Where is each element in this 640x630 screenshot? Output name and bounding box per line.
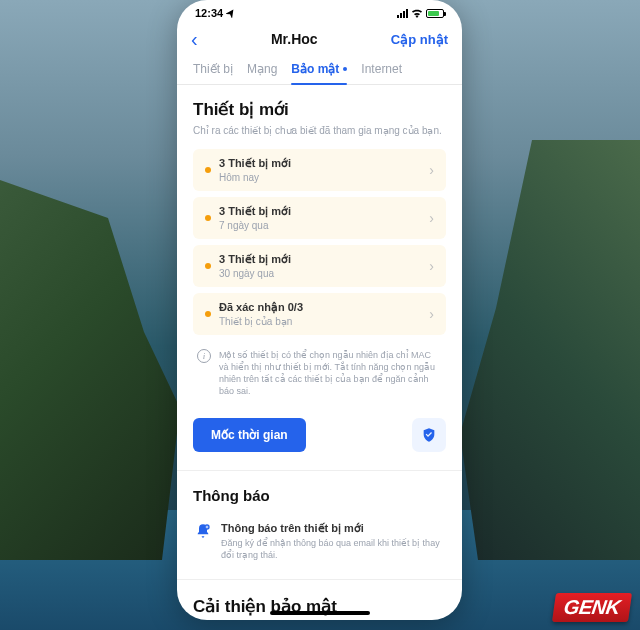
row-sub: Hôm nay: [219, 172, 421, 183]
genk-logo: GENK: [552, 593, 632, 622]
signal-icon: [397, 9, 408, 18]
bell-plus-icon: [195, 523, 211, 539]
tab-dot-icon: [343, 67, 347, 71]
info-text: Một số thiết bị có thể chọn ngẫu nhiên đ…: [219, 349, 442, 398]
tab-internet[interactable]: Internet: [361, 62, 402, 84]
device-row-7days[interactable]: 3 Thiết bị mới 7 ngày qua ›: [193, 197, 446, 239]
row-sub: 7 ngày qua: [219, 220, 421, 231]
battery-icon: [426, 9, 444, 18]
notif-heading: Thông báo: [193, 487, 446, 504]
row-title: 3 Thiết bị mới: [219, 205, 421, 218]
device-row-today[interactable]: 3 Thiết bị mới Hôm nay ›: [193, 149, 446, 191]
wifi-icon: [411, 8, 423, 18]
row-sub: Thiết bị của bạn: [219, 316, 421, 327]
row-title: 3 Thiết bị mới: [219, 157, 421, 170]
status-time: 12:34: [195, 7, 223, 19]
section-subtitle: Chỉ ra các thiết bị chưa biết đã tham gi…: [193, 124, 446, 137]
shield-button[interactable]: [412, 418, 446, 452]
status-bar: 12:34: [177, 0, 462, 22]
shield-check-icon: [421, 427, 437, 443]
info-icon: i: [197, 349, 211, 363]
back-button[interactable]: ‹: [191, 28, 198, 51]
row-title: 3 Thiết bị mới: [219, 253, 421, 266]
timeline-button[interactable]: Mốc thời gian: [193, 418, 306, 452]
row-title: Đã xác nhận 0/3: [219, 301, 421, 314]
dot-icon: [205, 311, 211, 317]
dot-icon: [205, 263, 211, 269]
tab-bar: Thiết bị Mạng Bảo mật Internet: [177, 56, 462, 85]
dot-icon: [205, 215, 211, 221]
section-title: Thiết bị mới: [193, 99, 446, 120]
page-title: Mr.Hoc: [271, 31, 318, 47]
notif-title: Thông báo trên thiết bị mới: [221, 522, 444, 535]
location-icon: [226, 8, 236, 18]
update-button[interactable]: Cập nhật: [391, 32, 448, 47]
device-row-confirmed[interactable]: Đã xác nhận 0/3 Thiết bị của bạn ›: [193, 293, 446, 335]
chevron-right-icon: ›: [429, 162, 434, 178]
dot-icon: [205, 167, 211, 173]
nav-bar: ‹ Mr.Hoc Cập nhật: [177, 22, 462, 56]
content-scroll[interactable]: Thiết bị mới Chỉ ra các thiết bị chưa bi…: [177, 85, 462, 620]
tab-security[interactable]: Bảo mật: [291, 62, 347, 84]
notif-row[interactable]: Thông báo trên thiết bị mới Đăng ký để n…: [193, 516, 446, 579]
home-indicator[interactable]: [270, 611, 370, 615]
chevron-right-icon: ›: [429, 306, 434, 322]
device-row-30days[interactable]: 3 Thiết bị mới 30 ngày qua ›: [193, 245, 446, 287]
info-note: i Một số thiết bị có thể chọn ngẫu nhiên…: [193, 341, 446, 406]
notif-sub: Đăng ký để nhận thông báo qua email khi …: [221, 537, 444, 561]
tab-network[interactable]: Mạng: [247, 62, 277, 84]
row-sub: 30 ngày qua: [219, 268, 421, 279]
chevron-right-icon: ›: [429, 210, 434, 226]
tab-devices[interactable]: Thiết bị: [193, 62, 233, 84]
phone-frame: 12:34 ‹ Mr.Hoc Cập nhật Thiết bị Mạng Bả…: [177, 0, 462, 620]
chevron-right-icon: ›: [429, 258, 434, 274]
